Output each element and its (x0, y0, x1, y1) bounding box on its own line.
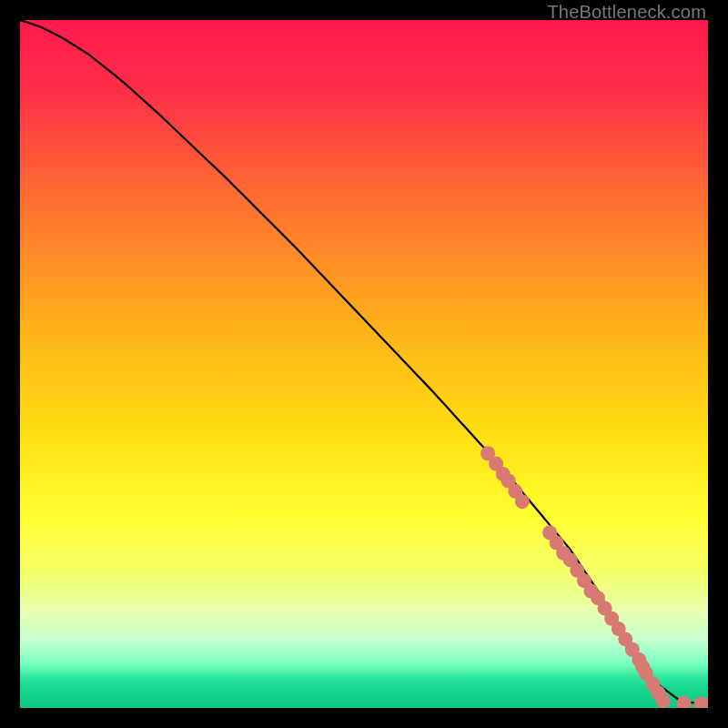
highlight-dot (656, 693, 671, 708)
highlight-dot (515, 494, 530, 509)
chart-area (20, 20, 708, 708)
chart-svg (20, 20, 708, 708)
